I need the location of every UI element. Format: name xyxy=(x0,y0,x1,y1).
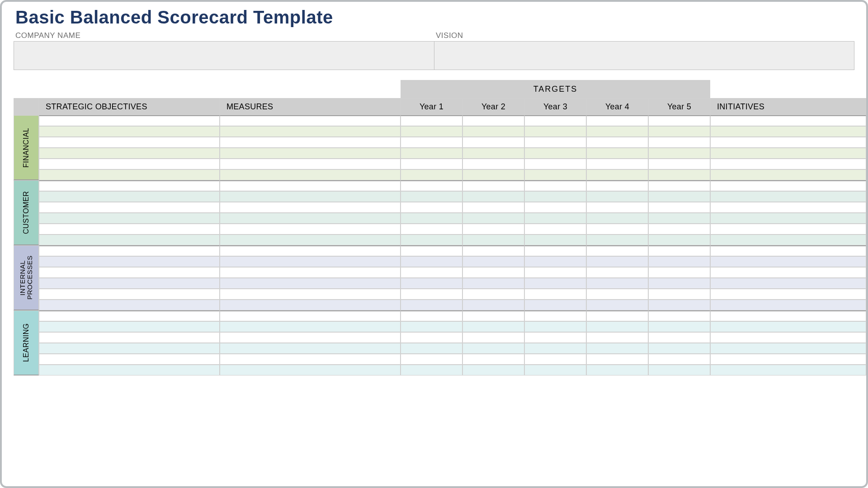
learning-measure-row6[interactable] xyxy=(220,365,401,375)
learning-y4-row4[interactable] xyxy=(586,343,648,354)
internal-y1-row1[interactable] xyxy=(401,245,462,256)
learning-objective-row3[interactable] xyxy=(39,332,220,343)
customer-y4-row6[interactable] xyxy=(586,235,648,245)
customer-y4-row3[interactable] xyxy=(586,202,648,213)
customer-initiative-row6[interactable] xyxy=(710,235,866,245)
internal-initiative-row1[interactable] xyxy=(710,245,866,256)
customer-measure-row5[interactable] xyxy=(220,224,401,235)
internal-initiative-row3[interactable] xyxy=(710,267,866,278)
customer-y4-row1[interactable] xyxy=(586,180,648,191)
customer-y1-row2[interactable] xyxy=(401,191,462,202)
internal-initiative-row2[interactable] xyxy=(710,256,866,267)
internal-measure-row3[interactable] xyxy=(220,267,401,278)
financial-initiative-row3[interactable] xyxy=(710,137,866,148)
customer-y3-row3[interactable] xyxy=(524,202,586,213)
learning-initiative-row1[interactable] xyxy=(710,310,866,321)
financial-y4-row2[interactable] xyxy=(586,126,648,137)
learning-y5-row6[interactable] xyxy=(648,365,710,375)
financial-objective-row6[interactable] xyxy=(39,169,220,180)
vision-input[interactable] xyxy=(434,41,854,70)
financial-y2-row1[interactable] xyxy=(462,115,524,126)
financial-y5-row1[interactable] xyxy=(648,115,710,126)
financial-measure-row4[interactable] xyxy=(220,148,401,159)
financial-y2-row3[interactable] xyxy=(462,137,524,148)
financial-initiative-row2[interactable] xyxy=(710,126,866,137)
customer-objective-row5[interactable] xyxy=(39,224,220,235)
learning-y1-row2[interactable] xyxy=(401,321,462,332)
customer-objective-row1[interactable] xyxy=(39,180,220,191)
learning-y1-row5[interactable] xyxy=(401,354,462,365)
internal-y3-row1[interactable] xyxy=(524,245,586,256)
customer-y2-row5[interactable] xyxy=(462,224,524,235)
learning-y4-row5[interactable] xyxy=(586,354,648,365)
learning-objective-row6[interactable] xyxy=(39,365,220,375)
internal-objective-row4[interactable] xyxy=(39,278,220,289)
customer-y3-row1[interactable] xyxy=(524,180,586,191)
financial-objective-row1[interactable] xyxy=(39,115,220,126)
financial-initiative-row5[interactable] xyxy=(710,159,866,169)
internal-measure-row2[interactable] xyxy=(220,256,401,267)
learning-y3-row4[interactable] xyxy=(524,343,586,354)
learning-measure-row2[interactable] xyxy=(220,321,401,332)
financial-measure-row2[interactable] xyxy=(220,126,401,137)
internal-objective-row6[interactable] xyxy=(39,300,220,310)
customer-y5-row6[interactable] xyxy=(648,235,710,245)
customer-measure-row4[interactable] xyxy=(220,213,401,224)
financial-y1-row1[interactable] xyxy=(401,115,462,126)
internal-y1-row4[interactable] xyxy=(401,278,462,289)
financial-y3-row1[interactable] xyxy=(524,115,586,126)
financial-y3-row5[interactable] xyxy=(524,159,586,169)
internal-y2-row2[interactable] xyxy=(462,256,524,267)
financial-y4-row1[interactable] xyxy=(586,115,648,126)
internal-y5-row2[interactable] xyxy=(648,256,710,267)
financial-objective-row2[interactable] xyxy=(39,126,220,137)
financial-measure-row5[interactable] xyxy=(220,159,401,169)
internal-y5-row4[interactable] xyxy=(648,278,710,289)
internal-y5-row3[interactable] xyxy=(648,267,710,278)
customer-y5-row4[interactable] xyxy=(648,213,710,224)
financial-y4-row3[interactable] xyxy=(586,137,648,148)
learning-y3-row6[interactable] xyxy=(524,365,586,375)
internal-y3-row5[interactable] xyxy=(524,289,586,300)
internal-y2-row3[interactable] xyxy=(462,267,524,278)
financial-y4-row4[interactable] xyxy=(586,148,648,159)
learning-y5-row2[interactable] xyxy=(648,321,710,332)
internal-y1-row3[interactable] xyxy=(401,267,462,278)
learning-y4-row3[interactable] xyxy=(586,332,648,343)
customer-y3-row5[interactable] xyxy=(524,224,586,235)
internal-y4-row2[interactable] xyxy=(586,256,648,267)
internal-y4-row3[interactable] xyxy=(586,267,648,278)
customer-objective-row2[interactable] xyxy=(39,191,220,202)
learning-y2-row6[interactable] xyxy=(462,365,524,375)
financial-y5-row2[interactable] xyxy=(648,126,710,137)
internal-y5-row6[interactable] xyxy=(648,300,710,310)
financial-y5-row5[interactable] xyxy=(648,159,710,169)
customer-objective-row6[interactable] xyxy=(39,235,220,245)
learning-y5-row3[interactable] xyxy=(648,332,710,343)
learning-y5-row1[interactable] xyxy=(648,310,710,321)
learning-y4-row2[interactable] xyxy=(586,321,648,332)
customer-y2-row6[interactable] xyxy=(462,235,524,245)
learning-measure-row4[interactable] xyxy=(220,343,401,354)
internal-y2-row6[interactable] xyxy=(462,300,524,310)
learning-initiative-row4[interactable] xyxy=(710,343,866,354)
internal-objective-row3[interactable] xyxy=(39,267,220,278)
financial-y4-row5[interactable] xyxy=(586,159,648,169)
financial-initiative-row1[interactable] xyxy=(710,115,866,126)
internal-y1-row5[interactable] xyxy=(401,289,462,300)
customer-y5-row2[interactable] xyxy=(648,191,710,202)
financial-y2-row4[interactable] xyxy=(462,148,524,159)
customer-initiative-row3[interactable] xyxy=(710,202,866,213)
learning-objective-row5[interactable] xyxy=(39,354,220,365)
learning-initiative-row2[interactable] xyxy=(710,321,866,332)
financial-y3-row2[interactable] xyxy=(524,126,586,137)
customer-objective-row3[interactable] xyxy=(39,202,220,213)
customer-initiative-row2[interactable] xyxy=(710,191,866,202)
financial-y5-row4[interactable] xyxy=(648,148,710,159)
learning-y4-row6[interactable] xyxy=(586,365,648,375)
financial-y3-row6[interactable] xyxy=(524,169,586,180)
customer-measure-row6[interactable] xyxy=(220,235,401,245)
financial-y1-row5[interactable] xyxy=(401,159,462,169)
customer-initiative-row4[interactable] xyxy=(710,213,866,224)
learning-initiative-row3[interactable] xyxy=(710,332,866,343)
